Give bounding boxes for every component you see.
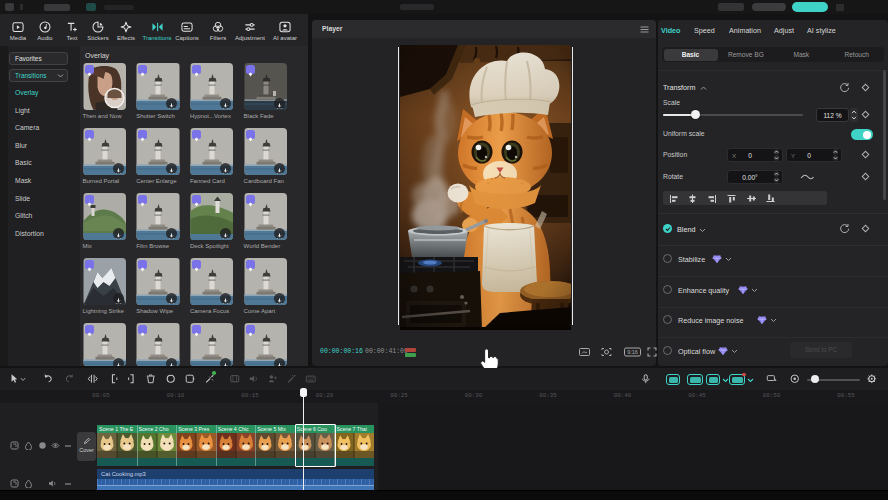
svg-text:9:16: 9:16 xyxy=(627,349,638,355)
